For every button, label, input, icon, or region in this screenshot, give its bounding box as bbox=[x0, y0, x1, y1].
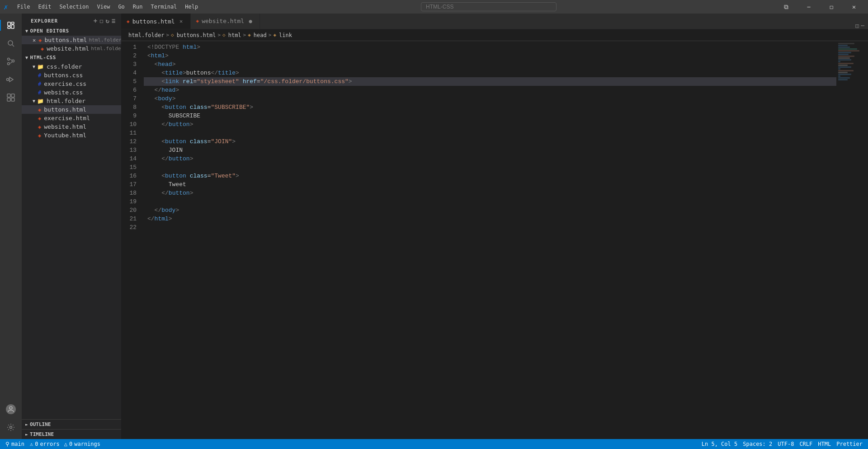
open-editors-section[interactable]: ▼ OPEN EDITORS bbox=[22, 26, 121, 36]
breadcrumb-link[interactable]: link bbox=[279, 32, 292, 38]
activity-bar bbox=[0, 14, 22, 439]
status-language[interactable]: HTML bbox=[818, 441, 831, 447]
timeline-label: TIMELINE bbox=[30, 431, 54, 437]
minimap bbox=[836, 41, 863, 439]
breadcrumb-head[interactable]: head bbox=[254, 32, 267, 38]
menu-terminal[interactable]: Terminal bbox=[147, 3, 181, 11]
activity-bottom bbox=[3, 401, 19, 435]
search-input[interactable] bbox=[421, 2, 557, 11]
minimap-line bbox=[838, 72, 848, 73]
code-line-3: <head> bbox=[144, 60, 836, 69]
refresh-icon[interactable]: ↻ bbox=[105, 17, 109, 24]
new-folder-icon[interactable]: ◻ bbox=[99, 17, 104, 24]
minimize-button[interactable]: − bbox=[798, 0, 819, 14]
menu-view[interactable]: View bbox=[93, 3, 113, 11]
file-website-html[interactable]: ◈ website.html bbox=[22, 122, 121, 131]
svg-point-7 bbox=[12, 60, 14, 62]
menu-edit[interactable]: Edit bbox=[35, 3, 55, 11]
status-errors-count: 0 bbox=[35, 441, 38, 447]
menu-file[interactable]: File bbox=[14, 3, 34, 11]
open-editors-chevron: ▼ bbox=[25, 28, 28, 33]
code-content[interactable]: <!DOCTYPE html> <html> <head> <title>but… bbox=[144, 41, 836, 439]
activity-settings[interactable] bbox=[3, 419, 19, 435]
timeline-section: ► TIMELINE bbox=[22, 429, 121, 439]
file-exercise-css[interactable]: # exercise.css bbox=[22, 80, 121, 88]
svg-rect-2 bbox=[11, 25, 14, 28]
close-icon[interactable]: ✕ bbox=[33, 37, 36, 43]
status-errors[interactable]: ⚠ 0 errors △ 0 warnings bbox=[30, 441, 100, 447]
activity-run-debug[interactable] bbox=[3, 71, 19, 88]
search-bar[interactable] bbox=[205, 2, 772, 11]
status-git-branch: main bbox=[11, 441, 24, 447]
minimap-line bbox=[838, 52, 851, 53]
css-folder[interactable]: ▼ 📁 css.folder bbox=[22, 62, 121, 71]
breadcrumb-icon-4: ◈ bbox=[273, 32, 276, 38]
scrollbar-track[interactable] bbox=[863, 41, 868, 439]
sidebar-toggle-button[interactable]: ⧉ bbox=[776, 0, 797, 14]
html-icon-2: ◈ bbox=[38, 115, 41, 122]
outline-title[interactable]: ► OUTLINE bbox=[22, 420, 121, 429]
file-buttons-html-label: buttons.html bbox=[44, 106, 86, 113]
breadcrumb-buttons-html[interactable]: buttons.html bbox=[177, 32, 216, 38]
code-line-10: </button> bbox=[144, 120, 836, 129]
file-buttons-css[interactable]: # buttons.css bbox=[22, 71, 121, 80]
breadcrumb-html-folder[interactable]: html.folder bbox=[128, 32, 164, 38]
minimap-line bbox=[838, 43, 854, 44]
tab-close-website[interactable]: ● bbox=[247, 18, 254, 25]
status-formatter[interactable]: Prettier bbox=[836, 441, 863, 447]
menu-run[interactable]: Run bbox=[129, 3, 146, 11]
file-exercise-html[interactable]: ◈ exercise.html bbox=[22, 114, 121, 122]
activity-account[interactable] bbox=[3, 401, 19, 417]
account-avatar[interactable] bbox=[6, 404, 16, 414]
menu-help[interactable]: Help bbox=[181, 3, 202, 11]
html-folder[interactable]: ▼ 📁 html.folder bbox=[22, 97, 121, 105]
activity-explorer[interactable] bbox=[3, 17, 19, 33]
tab-close-buttons[interactable]: ✕ bbox=[178, 18, 185, 25]
menu-selection[interactable]: Selection bbox=[56, 3, 92, 11]
menu-go[interactable]: Go bbox=[114, 3, 128, 11]
activity-extensions[interactable] bbox=[3, 89, 19, 106]
timeline-title[interactable]: ► TIMELINE bbox=[22, 430, 121, 439]
file-buttons-html[interactable]: ◈ buttons.html bbox=[22, 105, 121, 114]
html-file-icon2: ◈ bbox=[41, 46, 44, 52]
code-editor[interactable]: 12345 678910 1112131415 1617181920 2122 … bbox=[121, 41, 868, 439]
breadcrumb-html[interactable]: html bbox=[228, 32, 241, 38]
code-line-14: </button> bbox=[144, 154, 836, 163]
tab-buttons-html[interactable]: ◈ buttons.html ✕ bbox=[121, 14, 191, 29]
status-eol[interactable]: CRLF bbox=[799, 441, 812, 447]
file-website-css[interactable]: # website.css bbox=[22, 88, 121, 97]
new-file-icon[interactable]: + bbox=[94, 17, 98, 24]
svg-rect-1 bbox=[11, 22, 14, 24]
code-line-12: <button class="JOIN"> bbox=[144, 137, 836, 146]
maximize-button[interactable]: ◻ bbox=[821, 0, 842, 14]
css-icon-2: # bbox=[38, 81, 41, 87]
open-editor-buttons-html[interactable]: ✕ ◈ buttons.html html.folder bbox=[22, 36, 121, 44]
svg-point-4 bbox=[8, 41, 13, 45]
html-icon-1: ◈ bbox=[38, 107, 41, 113]
file-website-css-label: website.css bbox=[44, 89, 83, 96]
sidebar: Explorer + ◻ ↻ ≡ ▼ OPEN EDITORS ✕ ◈ butt… bbox=[22, 14, 121, 439]
status-git[interactable]: ⚲ main bbox=[5, 441, 24, 447]
css-folder-name: css.folder bbox=[47, 63, 82, 70]
folder-icon-html: 📁 bbox=[37, 98, 44, 104]
activity-search[interactable] bbox=[3, 35, 19, 51]
collapse-icon[interactable]: ≡ bbox=[112, 17, 116, 24]
code-line-9: SUBSCRIBE bbox=[144, 112, 836, 120]
css-folder-chevron: ▼ bbox=[33, 64, 35, 69]
minimap-line bbox=[838, 66, 851, 68]
close-button[interactable]: ✕ bbox=[844, 0, 864, 14]
main-layout: Explorer + ◻ ↻ ≡ ▼ OPEN EDITORS ✕ ◈ butt… bbox=[0, 14, 868, 439]
status-spaces[interactable]: Spaces: 2 bbox=[743, 441, 772, 447]
minimap-line bbox=[838, 65, 848, 66]
open-editor-website-html[interactable]: ◈ website.html html.folder bbox=[22, 44, 121, 53]
root-folder-section[interactable]: ▼ HTML-CSS bbox=[22, 53, 121, 62]
more-actions-icon[interactable]: ⋯ bbox=[861, 22, 864, 29]
minimap-line bbox=[838, 74, 851, 75]
file-exercise-css-label: exercise.css bbox=[44, 80, 86, 87]
status-encoding[interactable]: UTF-8 bbox=[778, 441, 794, 447]
status-position[interactable]: Ln 5, Col 5 bbox=[702, 441, 737, 447]
tab-website-html[interactable]: ◈ website.html ● bbox=[191, 14, 260, 29]
split-editor-icon[interactable]: ◫ bbox=[855, 22, 859, 29]
file-youtube-html[interactable]: ◈ Youtube.html bbox=[22, 131, 121, 140]
activity-source-control[interactable] bbox=[3, 53, 19, 70]
